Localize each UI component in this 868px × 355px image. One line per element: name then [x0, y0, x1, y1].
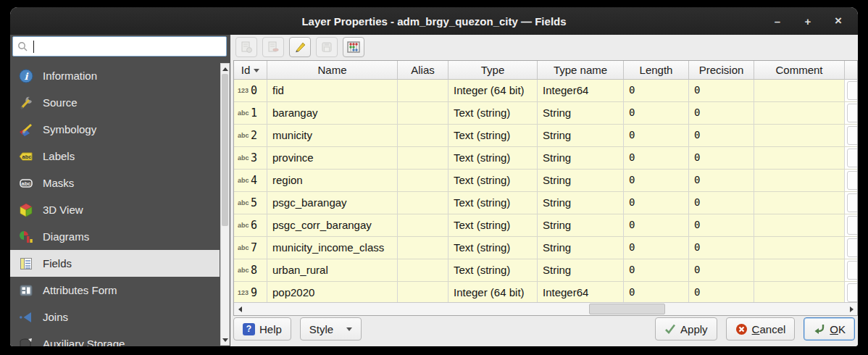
- column-header-alias[interactable]: Alias: [398, 61, 448, 79]
- scroll-right-icon[interactable]: [846, 303, 857, 315]
- field-config-button[interactable]: [847, 238, 858, 257]
- cell-comment[interactable]: [754, 125, 845, 146]
- cell-alias[interactable]: [398, 125, 448, 146]
- cell-name[interactable]: psgc_barangay: [267, 192, 398, 214]
- cell-comment[interactable]: [754, 214, 845, 236]
- scroll-left-icon[interactable]: [234, 303, 246, 315]
- scroll-up-icon[interactable]: [221, 64, 229, 73]
- cell-alias[interactable]: [398, 192, 448, 214]
- help-icon: ?: [243, 323, 255, 335]
- field-config-button[interactable]: [847, 171, 858, 190]
- field-type-icon: abc: [238, 170, 251, 191]
- delete-field-button: [262, 37, 284, 57]
- sidebar-scrollbar[interactable]: [220, 63, 230, 346]
- cell-alias[interactable]: [398, 282, 448, 304]
- table-row[interactable]: abc 1 barangay Text (string) String 0 0: [234, 102, 857, 125]
- table-row[interactable]: abc 7 municity_income_class Text (string…: [234, 237, 857, 259]
- cell-alias[interactable]: [398, 102, 448, 124]
- sidebar-item-joins[interactable]: Joins: [10, 304, 220, 330]
- table-row[interactable]: abc 5 psgc_barangay Text (string) String…: [234, 192, 857, 214]
- cell-alias[interactable]: [398, 147, 448, 169]
- cell-alias[interactable]: [398, 259, 448, 281]
- table-row[interactable]: 123 9 pop2020 Integer (64 bit) Integer64…: [234, 282, 857, 304]
- table-row[interactable]: abc 3 province Text (string) String 0 0: [234, 147, 857, 170]
- field-config-button[interactable]: [847, 261, 858, 280]
- sidebar-item-attributes-form[interactable]: Attributes Form: [10, 277, 220, 304]
- cell-name[interactable]: municity: [267, 125, 398, 146]
- table-row[interactable]: abc 6 psgc_corr_barangay Text (string) S…: [234, 214, 857, 237]
- field-calculator-button[interactable]: [343, 37, 364, 57]
- table-row[interactable]: abc 2 municity Text (string) String 0 0: [234, 125, 857, 147]
- cell-comment[interactable]: [754, 282, 845, 304]
- minimize-button[interactable]: –: [771, 15, 784, 28]
- sidebar-search[interactable]: [12, 36, 227, 57]
- sidebar-item-diagrams[interactable]: Diagrams: [10, 223, 220, 250]
- table-row[interactable]: abc 4 region Text (string) String 0 0: [234, 170, 857, 192]
- ok-button[interactable]: OK: [804, 317, 855, 341]
- field-config-button[interactable]: [847, 104, 858, 122]
- cell-name[interactable]: province: [267, 147, 398, 169]
- column-header-length[interactable]: Length: [624, 61, 689, 79]
- cancel-button[interactable]: Cancel: [726, 317, 796, 341]
- cell-name[interactable]: barangay: [267, 102, 398, 124]
- apply-button[interactable]: Apply: [655, 317, 717, 341]
- cell-comment[interactable]: [754, 102, 845, 124]
- sidebar-item-labels[interactable]: abc Labels: [10, 143, 220, 170]
- cell-name[interactable]: region: [267, 170, 398, 191]
- cell-id: abc 1: [234, 102, 267, 124]
- toggle-editing-button[interactable]: [289, 37, 311, 57]
- cell-comment[interactable]: [754, 237, 845, 259]
- cell-id: abc 8: [234, 259, 267, 281]
- cell-name[interactable]: municity_income_class: [267, 237, 398, 259]
- sidebar-search-input[interactable]: [34, 38, 222, 54]
- scroll-down-icon[interactable]: [221, 335, 229, 344]
- column-header-type-name[interactable]: Type name: [538, 61, 624, 79]
- sidebar-item-symbology[interactable]: Symbology: [10, 116, 220, 143]
- cell-id: abc 3: [234, 147, 267, 169]
- field-config-button[interactable]: [847, 193, 858, 212]
- close-button[interactable]: ×: [832, 14, 845, 28]
- cell-name[interactable]: psgc_corr_barangay: [267, 214, 398, 236]
- sidebar-item-source[interactable]: Source: [10, 89, 220, 116]
- horizontal-scrollbar[interactable]: [234, 302, 857, 315]
- sidebar-item-3d-view[interactable]: 3D View: [10, 196, 220, 223]
- cell-alias[interactable]: [398, 170, 448, 191]
- sidebar-item-auxiliary-storage[interactable]: Auxiliary Storage: [10, 330, 220, 346]
- cell-comment[interactable]: [754, 192, 845, 214]
- cell-name[interactable]: pop2020: [267, 282, 398, 304]
- field-config-button[interactable]: [847, 216, 858, 235]
- column-header-id[interactable]: Id: [234, 61, 267, 79]
- field-config-button[interactable]: [847, 81, 858, 100]
- cell-comment[interactable]: [754, 147, 845, 169]
- cell-alias[interactable]: [398, 80, 448, 101]
- column-header-comment[interactable]: Comment: [754, 61, 845, 79]
- column-header-type[interactable]: Type: [448, 61, 538, 79]
- table-row[interactable]: abc 8 urban_rural Text (string) String 0…: [234, 259, 857, 282]
- cell-alias[interactable]: [398, 214, 448, 236]
- field-config-button[interactable]: [847, 126, 858, 145]
- cell-comment[interactable]: [754, 170, 845, 191]
- field-config-button[interactable]: [847, 283, 858, 302]
- cell-name[interactable]: fid: [267, 80, 398, 101]
- cell-length: 0: [624, 147, 689, 169]
- column-header-precision[interactable]: Precision: [689, 61, 754, 79]
- sidebar-item-information[interactable]: i Information: [10, 62, 220, 89]
- horizontal-scrollbar-thumb[interactable]: [589, 304, 665, 314]
- cell-precision: 0: [689, 259, 754, 281]
- cell-comment[interactable]: [754, 259, 845, 281]
- cell-comment[interactable]: [754, 80, 845, 101]
- titlebar[interactable]: Layer Properties - adm_brgy_quezon_city …: [10, 7, 858, 35]
- help-button[interactable]: ? Help: [233, 317, 291, 341]
- maximize-button[interactable]: +: [801, 15, 814, 28]
- cell-name[interactable]: urban_rural: [267, 259, 398, 281]
- sidebar-item-masks[interactable]: abc Masks: [10, 170, 220, 196]
- field-config-button[interactable]: [847, 149, 858, 167]
- cell-alias[interactable]: [398, 237, 448, 259]
- style-dropdown-button[interactable]: Style: [300, 317, 362, 341]
- sidebar-item-fields[interactable]: Fields: [10, 250, 220, 277]
- dialog-title: Layer Properties - adm_brgy_quezon_city …: [301, 15, 566, 28]
- table-row[interactable]: 123 0 fid Integer (64 bit) Integer64 0 0: [234, 80, 857, 102]
- column-header-configuration[interactable]: C: [845, 61, 858, 79]
- column-header-name[interactable]: Name: [267, 61, 398, 79]
- sidebar-scrollbar-thumb[interactable]: [222, 74, 228, 226]
